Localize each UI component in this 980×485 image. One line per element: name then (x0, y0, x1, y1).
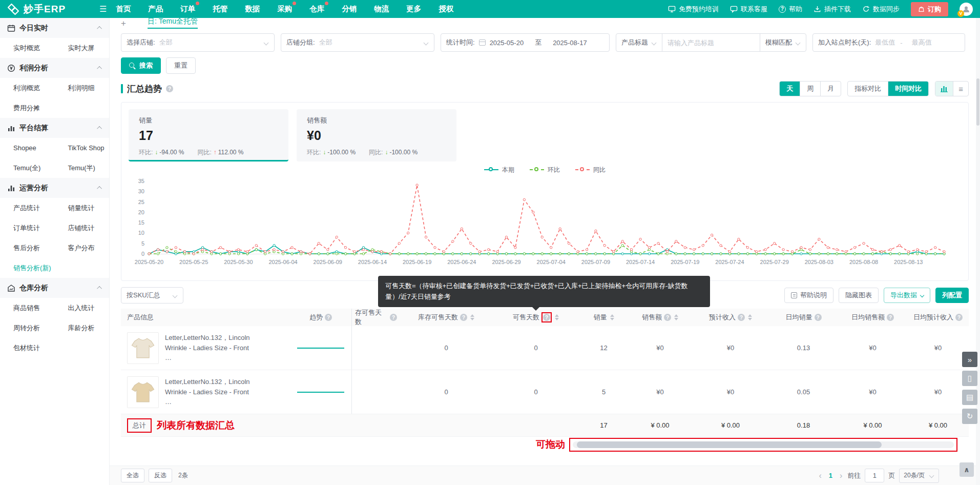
sidebar-section-利润分析[interactable]: 利润分析 (0, 58, 109, 78)
sort-icon[interactable] (674, 314, 678, 320)
match-mode-select[interactable]: 模糊匹配 (760, 34, 806, 51)
refresh-icon[interactable]: ↻ (962, 409, 977, 424)
column-header-销售额[interactable]: 销售额 (628, 309, 692, 326)
nav-item-订单[interactable]: 订单 (180, 4, 195, 14)
column-header-库存可售天数[interactable]: 库存可售天数 (400, 309, 492, 326)
add-tab-button[interactable]: + (121, 18, 126, 29)
topbar-action-帮助[interactable]: ?帮助 (779, 5, 802, 14)
table-row[interactable]: Letter,LetterNo.132，Lincoln Wrinkle - La… (121, 370, 969, 414)
horizontal-scrollbar-thumb[interactable] (577, 441, 882, 448)
sidebar-item-客户分布[interactable]: 客户分布 (55, 238, 110, 258)
nav-item-更多[interactable]: 更多 (406, 4, 421, 14)
nav-item-产品[interactable]: 产品 (148, 4, 163, 14)
expand-panel-button[interactable]: » (962, 352, 977, 367)
toolbar-button-列配置[interactable]: 列配置 (935, 288, 969, 303)
sort-icon[interactable] (470, 314, 474, 320)
sidebar-item-售后分析[interactable]: 售后分析 (0, 238, 55, 258)
group-by-select[interactable]: 按SKU汇总 (121, 287, 183, 304)
order-button[interactable]: 订购 (911, 2, 948, 16)
sidebar-section-运营分析[interactable]: 运营分析 (0, 178, 109, 198)
topbar-action-联系客服[interactable]: 联系客服 (730, 5, 767, 14)
date-from-value[interactable]: 2025-05-20 (490, 39, 524, 47)
site-days-min-input[interactable]: 最低值 (875, 38, 895, 47)
product-title[interactable]: Letter,LetterNo.132，Lincoln Wrinkle - La… (165, 333, 251, 363)
sidebar-item-店铺统计[interactable]: 店铺统计 (55, 218, 110, 238)
compare-tab-时间对比[interactable]: 时间对比 (888, 82, 928, 96)
app-logo[interactable]: 妙手ERP (0, 3, 97, 16)
sidebar-item-销量统计[interactable]: 销量统计 (55, 198, 110, 218)
column-header-预计收入[interactable]: 预计收入 (692, 309, 769, 326)
toolbar-button-隐藏图表[interactable]: 隐藏图表 (839, 288, 879, 303)
date-range-picker[interactable]: 统计时间: 2025-05-20 至 2025-08-17 (441, 33, 610, 52)
column-help-icon[interactable] (955, 314, 963, 321)
nav-item-分销[interactable]: 分销 (342, 4, 357, 14)
site-days-filter[interactable]: 加入站点时长(天): 最低值 - 最高值 (812, 33, 965, 52)
horizontal-scrollbar-track[interactable] (573, 441, 954, 448)
column-help-icon[interactable] (815, 314, 822, 321)
topbar-action-插件下载[interactable]: 插件下载 (814, 5, 851, 14)
column-header-可售天数[interactable]: 可售天数 (492, 309, 579, 326)
sidebar-item-订单统计[interactable]: 订单统计 (0, 218, 55, 238)
nav-item-授权[interactable]: 授权 (439, 4, 453, 14)
product-image[interactable] (127, 376, 159, 408)
list-view-button[interactable]: ≡ (953, 82, 968, 96)
chart-view-button[interactable] (935, 82, 953, 96)
toolbar-button-帮助说明[interactable]: 帮助说明 (784, 288, 833, 303)
next-page-button[interactable]: › (839, 471, 843, 480)
back-to-top-button[interactable]: ∧ (960, 462, 974, 477)
nav-item-首页[interactable]: 首页 (116, 4, 131, 14)
period-tab-月[interactable]: 月 (820, 82, 841, 96)
avatar[interactable]: V (960, 3, 973, 16)
sidebar-item-销售分析(新)[interactable]: 销售分析(新) (0, 258, 55, 278)
column-help-icon[interactable] (390, 314, 397, 321)
nav-item-物流[interactable]: 物流 (374, 4, 389, 14)
product-title[interactable]: Letter,LetterNo.132，Lincoln Wrinkle - La… (165, 377, 251, 407)
nav-item-托管[interactable]: 托管 (213, 4, 227, 14)
search-button[interactable]: 搜索 (121, 57, 161, 74)
toolbar-button-导出数据[interactable]: 导出数据 (884, 288, 930, 303)
sidebar-item-Shopee[interactable]: Shopee (0, 138, 55, 158)
metric-card-sales-amount[interactable]: 销售额 ¥0 环比:↓-100.00 % 同比:↓-100.00 % (297, 109, 456, 161)
column-help-icon[interactable] (887, 314, 894, 321)
sidebar-section-今日实时[interactable]: 今日实时 (0, 18, 109, 38)
sidebar-item-产品统计[interactable]: 产品统计 (0, 198, 55, 218)
help-question-icon[interactable] (166, 85, 173, 92)
reset-button[interactable]: 重置 (166, 57, 196, 74)
sidebar-item-Temu(半)[interactable]: Temu(半) (55, 158, 110, 178)
mobile-icon[interactable]: ▯ (962, 371, 977, 386)
table-row[interactable]: Letter,LetterNo.132，Lincoln Wrinkle - La… (121, 326, 969, 370)
tab-temu-hosting[interactable]: 日: Temu全托管 (148, 18, 198, 29)
sidebar-item-Temu(全)[interactable]: Temu(全) (0, 158, 55, 178)
sidebar-item-出入统计[interactable]: 出入统计 (55, 298, 110, 318)
sidebar-item-库龄分析[interactable]: 库龄分析 (55, 318, 110, 338)
sidebar-section-仓库分析[interactable]: 仓库分析 (0, 278, 109, 298)
sidebar-item-利润明细[interactable]: 利润明细 (55, 78, 110, 98)
period-tab-周[interactable]: 周 (800, 82, 820, 96)
column-header-销量[interactable]: 销量 (579, 309, 628, 326)
topbar-action-免费预约培训[interactable]: 免费预约培训 (668, 5, 719, 14)
sidebar-item-TikTok Shop[interactable]: TikTok Shop (55, 138, 110, 158)
column-help-icon[interactable] (325, 314, 332, 321)
sidebar-item-周转分析[interactable]: 周转分析 (0, 318, 55, 338)
legend-item-本期[interactable]: 本期 (484, 166, 514, 174)
sidebar-item-实时概览[interactable]: 实时概览 (0, 38, 55, 58)
site-days-max-input[interactable]: 最高值 (912, 38, 932, 47)
sidebar-item-包材统计[interactable]: 包材统计 (0, 338, 55, 358)
shop-group-select[interactable]: 店铺分组: 全部 (281, 33, 434, 52)
shop-select[interactable]: 选择店铺: 全部 (121, 33, 275, 52)
form-icon[interactable]: ▤ (962, 390, 977, 405)
sort-icon[interactable] (748, 314, 752, 320)
page-size-select[interactable]: 20条/页 (899, 469, 939, 483)
invert-select-button[interactable]: 反选 (149, 469, 172, 482)
product-title-input[interactable] (662, 34, 760, 51)
sort-icon[interactable] (555, 314, 559, 320)
legend-item-同比[interactable]: 同比 (575, 166, 606, 174)
legend-item-环比[interactable]: 环比 (530, 166, 560, 174)
sidebar-item-费用分摊[interactable]: 费用分摊 (0, 98, 55, 118)
column-help-icon[interactable] (543, 314, 550, 321)
sidebar-item-商品销售[interactable]: 商品销售 (0, 298, 55, 318)
current-page[interactable]: 1 (827, 472, 835, 479)
sidebar-item-利润概览[interactable]: 利润概览 (0, 78, 55, 98)
prev-page-button[interactable]: ‹ (818, 471, 822, 480)
date-to-value[interactable]: 2025-08-17 (553, 39, 587, 47)
